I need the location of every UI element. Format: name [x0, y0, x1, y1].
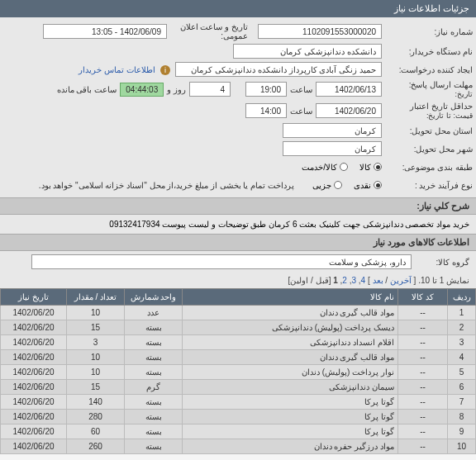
need-no-value: 1102091553000020 — [258, 24, 382, 39]
cell-row: 7 — [448, 395, 476, 410]
cell-row: 5 — [448, 365, 476, 380]
radio-icon — [340, 163, 348, 171]
cell-date: 1402/06/20 — [1, 410, 67, 424]
desc-text: خرید مواد تخصصی دندانپزشکی جهت کلینیک بع… — [0, 215, 476, 234]
cell-qty: 60 — [67, 424, 125, 439]
buyer-value: دانشکده دندانپزشکی کرمان — [233, 44, 382, 59]
cell-row: 8 — [448, 410, 476, 424]
cell-name: اقلام انسداد دندانپزشکی — [183, 335, 398, 350]
cell-code: -- — [398, 410, 448, 424]
cell-name: دیسک پرداخت (پولیش) دندانپزشکی — [183, 320, 398, 335]
th-row: ردیف — [448, 289, 476, 306]
cell-code: -- — [398, 380, 448, 395]
cell-name: مواد قالب گیری دندان — [183, 306, 398, 320]
info-icon: i — [160, 65, 170, 75]
cell-unit: گرم — [125, 380, 183, 395]
buyer-label: نام دستگاه خریدار: — [382, 47, 473, 56]
cell-unit: بسته — [125, 439, 183, 454]
buy-type-label: نوع فرآیند خرید : — [382, 181, 473, 190]
cell-code: -- — [398, 335, 448, 350]
cell-date: 1402/06/20 — [1, 320, 67, 335]
goods-table: ردیف کد کالا نام کالا واحد شمارش تعداد /… — [0, 288, 476, 454]
contact-link-wrap[interactable]: i اطلاعات تماس خریدار — [79, 64, 175, 75]
days-value: 4 — [189, 82, 231, 97]
cell-name: مواد درزگیر حفره دندان — [183, 439, 398, 454]
cell-row: 2 — [448, 320, 476, 335]
cell-date: 1402/06/20 — [1, 439, 67, 454]
cell-row: 3 — [448, 335, 476, 350]
table-row: 5--نوار پرداخت (پولیش) دندانبسته101402/0… — [1, 365, 476, 380]
cell-code: -- — [398, 424, 448, 439]
pager-last[interactable]: آخرین — [390, 276, 412, 285]
cell-qty: 10 — [67, 365, 125, 380]
radio-icon — [374, 163, 382, 171]
th-unit: واحد شمارش — [125, 289, 183, 306]
cell-name: گوتا پرکا — [183, 395, 398, 410]
group-label: گروه کالا: — [412, 258, 469, 267]
class-label: طبقه بندی موضوعی: — [382, 163, 473, 172]
table-row: 7--گوتا پرکابسته1401402/06/20 — [1, 395, 476, 410]
time-label-2: ساعت — [287, 107, 316, 116]
time-label-1: ساعت — [287, 85, 316, 94]
cell-unit: بسته — [125, 365, 183, 380]
cell-code: -- — [398, 320, 448, 335]
cell-name: مواد قالب گیری دندان — [183, 350, 398, 365]
cell-date: 1402/06/20 — [1, 306, 67, 320]
table-header-row: ردیف کد کالا نام کالا واحد شمارش تعداد /… — [1, 289, 476, 306]
pager: نمایش 1 تا 10. [ آخرین / بعد ] 4, 3, 2, … — [0, 273, 476, 288]
cell-unit: عدد — [125, 306, 183, 320]
cell-date: 1402/06/20 — [1, 380, 67, 395]
table-row: 1--مواد قالب گیری دندانعدد101402/06/20 — [1, 306, 476, 320]
cell-name: گوتا پرکا — [183, 410, 398, 424]
table-row: 3--اقلام انسداد دندانپزشکیبسته31402/06/2… — [1, 335, 476, 350]
valid-label: حداقل تاریخ اعتبارقیمت: تا تاریخ: — [382, 102, 473, 120]
cell-qty: 10 — [67, 306, 125, 320]
cell-date: 1402/06/20 — [1, 335, 67, 350]
cell-qty: 10 — [67, 350, 125, 365]
buy-radio-group: نقدی جزیی پرداخت تمام یا بخشی از مبلغ خر… — [39, 181, 382, 190]
contact-link[interactable]: اطلاعات تماس خریدار — [79, 65, 155, 74]
cell-code: -- — [398, 395, 448, 410]
requester-value: حمید زنگی آبادی کارپرداز دانشکده دندانپز… — [175, 62, 382, 77]
cell-unit: بسته — [125, 424, 183, 439]
buy-note: پرداخت تمام یا بخشی از مبلغ خرید،از محل … — [39, 181, 301, 190]
th-date: تاریخ نیاز — [1, 289, 67, 306]
province-value: کرمان — [283, 123, 382, 138]
cell-code: -- — [398, 306, 448, 320]
cell-date: 1402/06/20 — [1, 395, 67, 410]
cell-code: -- — [398, 439, 448, 454]
group-value: دارو، پزشکی و سلامت — [31, 254, 412, 269]
radio-icon — [374, 181, 382, 189]
cell-qty: 15 — [67, 320, 125, 335]
buy-cash-radio[interactable]: نقدی — [354, 181, 382, 190]
buy-partial-radio[interactable]: جزیی — [312, 181, 342, 190]
class-goods-radio[interactable]: کالا — [359, 163, 382, 172]
page-title: جزئیات اطلاعات نیاز — [394, 3, 469, 13]
cell-unit: بسته — [125, 350, 183, 365]
goods-section-title: اطلاعات کالاهای مورد نیاز — [0, 234, 476, 251]
announce-label: تاریخ و ساعت اعلان عمومی: — [167, 22, 258, 40]
cell-code: -- — [398, 350, 448, 365]
days-label: روز و — [164, 85, 189, 94]
remaining-time: 04:44:03 — [120, 83, 164, 97]
class-service-radio[interactable]: کالا/خدمت — [302, 163, 348, 172]
table-row: 9--گوتا پرکابسته601402/06/20 — [1, 424, 476, 439]
class-radio-group: کالا کالا/خدمت — [302, 163, 382, 172]
date2: 1402/06/20 — [316, 103, 382, 118]
cell-qty: 3 — [67, 335, 125, 350]
th-code: کد کالا — [398, 289, 448, 306]
remain-label: ساعت باقی مانده — [54, 85, 121, 94]
cell-row: 10 — [448, 439, 476, 454]
cell-code: -- — [398, 365, 448, 380]
announce-value: 1402/06/09 - 13:05 — [43, 24, 167, 39]
cell-unit: بسته — [125, 395, 183, 410]
cell-name: سیمان دندانپزشکی — [183, 380, 398, 395]
table-row: 10--مواد درزگیر حفره دندانبسته2601402/06… — [1, 439, 476, 454]
pager-next[interactable]: بعد — [373, 276, 383, 285]
send-deadline-label: مهلت ارسال پاسخ:تاریخ: — [382, 80, 473, 98]
cell-qty: 15 — [67, 380, 125, 395]
province-label: استان محل تحویل: — [382, 126, 473, 135]
table-row: 2--دیسک پرداخت (پولیش) دندانپزشکیبسته151… — [1, 320, 476, 335]
city-label: شهر محل تحویل: — [382, 145, 473, 154]
pager-prefix: نمایش 1 تا 10. [ — [412, 276, 469, 285]
